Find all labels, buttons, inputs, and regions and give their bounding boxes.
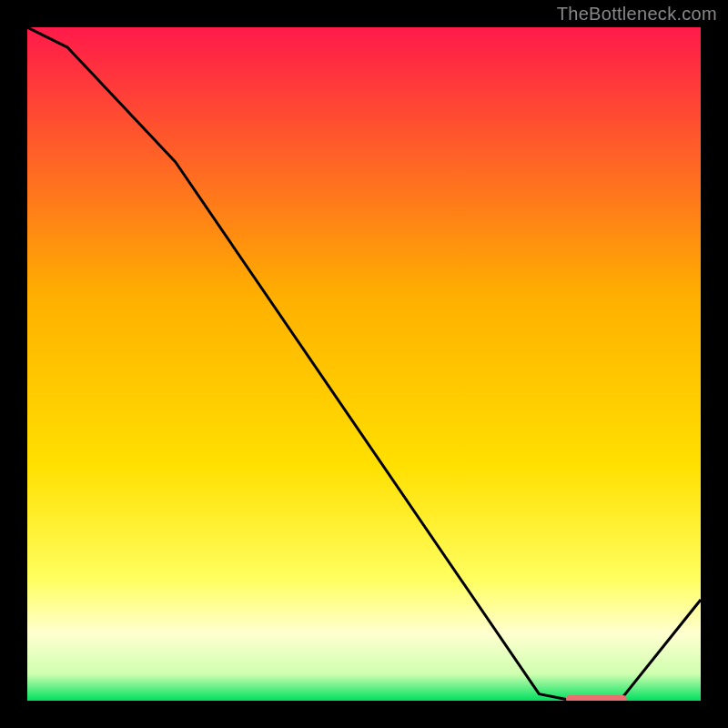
- optimal-range-marker: [566, 695, 627, 701]
- gradient-background: [27, 27, 701, 701]
- chart-container: TheBottleneck.com: [0, 0, 728, 728]
- plot-area: [27, 27, 701, 701]
- watermark-text: TheBottleneck.com: [557, 4, 717, 25]
- chart-svg: [27, 27, 701, 701]
